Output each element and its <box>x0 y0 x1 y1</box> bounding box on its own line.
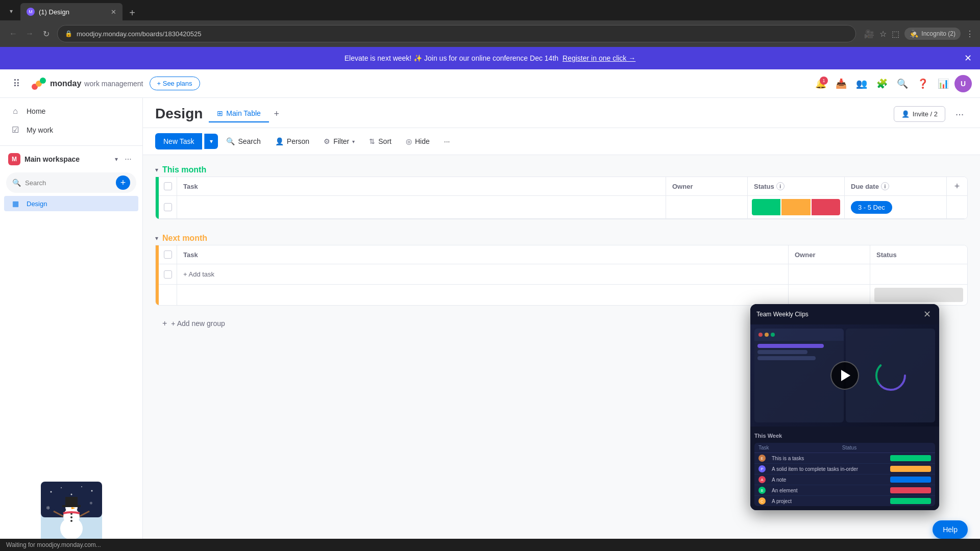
td-status[interactable] <box>748 196 845 218</box>
new-tab-btn[interactable]: + <box>125 5 140 20</box>
nav-bar: ← → ↻ 🔒 moodjoy.monday.com/boards/183042… <box>0 20 980 47</box>
filter-toolbar-icon: ⚙ <box>324 137 330 145</box>
sidebar-search-input[interactable] <box>25 179 112 187</box>
video-popup-header: Team Weekly Clips ✕ <box>750 304 939 324</box>
snowman-svg: ❄ ❄ <box>41 482 102 543</box>
board-more-btn[interactable]: ··· <box>951 106 968 122</box>
sidebar-home-label: Home <box>27 107 45 115</box>
board-header: Design ⊞ Main Table + 👤 Invite / 2 ··· <box>143 98 980 128</box>
status-bar-text: Waiting for moodjoy.monday.com... <box>6 541 101 548</box>
invite-btn[interactable]: 👤 Invite / 2 <box>894 106 945 122</box>
analytics-btn[interactable]: 📊 <box>934 74 952 93</box>
svg-rect-22 <box>62 505 81 507</box>
table-data-row: 3 - 5 Dec <box>159 196 967 219</box>
app-grid-button[interactable]: ⠿ <box>8 76 24 92</box>
hide-toolbar-icon: ◎ <box>406 137 412 145</box>
sort-toolbar-btn[interactable]: ⇅ Sort <box>363 134 398 149</box>
help-button-label: Help <box>943 525 958 534</box>
back-btn[interactable]: ← <box>6 27 20 41</box>
sidebar-item-mywork[interactable]: ☑ My work <box>0 120 142 139</box>
invite-label: Invite / 2 <box>913 110 938 118</box>
td-owner[interactable] <box>666 196 748 218</box>
svg-point-8 <box>81 486 82 487</box>
more-toolbar-btn[interactable]: ··· <box>438 134 456 149</box>
workspace-more-icon[interactable]: ··· <box>122 153 134 165</box>
announcement-cta[interactable]: Register in one click → <box>562 54 635 62</box>
next-header-checkbox[interactable] <box>164 251 172 259</box>
video-task-list: Task Status E This is a tasks P A solid … <box>754 443 935 506</box>
add-task-row[interactable]: + Add task <box>159 264 967 285</box>
group-title-next-month[interactable]: Next month <box>162 234 207 243</box>
video-popup: Team Weekly Clips ✕ <box>750 304 939 510</box>
due-date-pill[interactable]: 3 - 5 Dec <box>851 201 892 214</box>
announcement-close-icon[interactable]: ✕ <box>964 53 972 64</box>
sidebar-board-design[interactable]: ▦ Design <box>4 196 138 211</box>
hide-toolbar-btn[interactable]: ◎ Hide <box>400 134 436 149</box>
active-tab[interactable]: M (1) Design ✕ <box>20 3 122 20</box>
filter-chevron-icon: ▾ <box>352 139 355 144</box>
video-popup-close-btn[interactable]: ✕ <box>921 308 933 320</box>
th-add[interactable]: + <box>947 177 967 195</box>
sort-toolbar-icon: ⇅ <box>369 137 375 145</box>
star-btn[interactable]: ☆ <box>879 29 887 39</box>
duedate-info-icon[interactable]: i <box>881 182 889 190</box>
svg-text:❄: ❄ <box>46 505 50 511</box>
extensions-btn[interactable]: ⋮ <box>966 29 974 39</box>
reload-btn[interactable]: ↻ <box>39 27 53 41</box>
group-chevron-this-month[interactable]: ▾ <box>155 166 158 173</box>
header-checkbox[interactable] <box>164 182 172 190</box>
integrations-btn[interactable]: 🧩 <box>873 74 891 93</box>
td-add <box>947 196 967 218</box>
row-checkbox[interactable] <box>164 203 172 211</box>
tab-close-icon[interactable]: ✕ <box>111 8 116 16</box>
tab-history-btn[interactable]: ▾ <box>4 2 18 20</box>
status-segment-green[interactable] <box>752 199 780 215</box>
person-toolbar-btn[interactable]: 👤 Person <box>269 134 315 149</box>
search-btn[interactable]: 🔍 <box>893 74 912 93</box>
split-view-btn[interactable]: ⬚ <box>892 29 899 39</box>
play-overlay[interactable] <box>830 361 859 390</box>
people-btn[interactable]: 👥 <box>852 74 871 93</box>
notification-btn[interactable]: 🔔 1 <box>812 74 830 93</box>
search-toolbar-btn[interactable]: 🔍 Search <box>220 134 266 149</box>
td-task[interactable] <box>177 196 666 218</box>
forward-btn[interactable]: → <box>22 27 37 41</box>
status-info-icon[interactable]: i <box>776 182 785 190</box>
td-duedate[interactable]: 3 - 5 Dec <box>845 196 947 218</box>
new-task-button[interactable]: New Task <box>155 133 202 149</box>
status-segments <box>752 199 840 215</box>
workspace-header[interactable]: M Main workspace ▾ ··· <box>0 148 142 170</box>
svg-text:❄: ❄ <box>89 501 93 506</box>
this-week-label: This Week <box>754 433 782 439</box>
help-button[interactable]: Help <box>933 520 968 539</box>
see-plans-button[interactable]: + See plans <box>150 77 200 90</box>
th-checkbox <box>159 177 177 195</box>
tab-main-table[interactable]: ⊞ Main Table <box>209 105 268 122</box>
this-month-table: Task Owner Status i Due da <box>155 177 968 219</box>
add-new-group-btn[interactable]: + + Add new group <box>155 314 232 333</box>
add-row-checkbox[interactable] <box>164 270 172 279</box>
address-bar[interactable]: 🔒 moodjoy.monday.com/boards/1830420525 <box>57 25 856 42</box>
logo-subtext: work management <box>84 80 143 88</box>
invite-icon: 👤 <box>901 110 910 118</box>
help-icon-btn[interactable]: ❓ <box>914 74 932 93</box>
sidebar-add-btn[interactable]: + <box>116 176 130 190</box>
status-segment-red[interactable] <box>812 199 840 215</box>
workspace-name: Main workspace <box>24 155 111 163</box>
group-chevron-next-month[interactable]: ▾ <box>155 235 158 242</box>
add-task-label[interactable]: + Add task <box>183 270 214 278</box>
group-title-this-month[interactable]: This month <box>162 165 206 174</box>
board-title: Design <box>155 106 203 122</box>
sidebar-item-home[interactable]: ⌂ Home <box>0 102 142 120</box>
next-summary-row <box>159 285 967 305</box>
top-nav: ⠿ monday work management + See plans 🔔 1… <box>0 69 980 98</box>
avatar[interactable]: U <box>954 75 972 92</box>
filter-toolbar-btn[interactable]: ⚙ Filter ▾ <box>317 134 361 149</box>
tab-add-btn[interactable]: + <box>269 106 284 121</box>
th-duedate: Due date i <box>845 177 947 195</box>
camera-off-btn[interactable]: 🎥 <box>864 29 874 39</box>
status-segment-orange[interactable] <box>781 199 810 215</box>
new-task-dropdown-btn[interactable]: ▾ <box>204 134 218 149</box>
lock-icon: 🔒 <box>65 30 72 37</box>
inbox-btn[interactable]: 📥 <box>832 74 850 93</box>
